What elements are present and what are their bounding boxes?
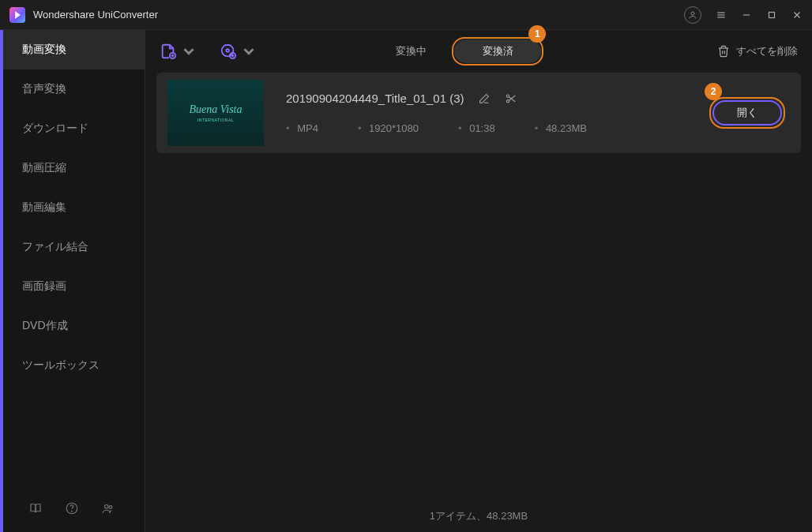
file-name: 20190904204449_Title_01_01 (3) [286,92,464,105]
sidebar-item-label: 動画圧縮 [22,161,66,175]
sidebar-item-toolbox[interactable]: ツールボックス [3,346,145,385]
svg-point-21 [507,99,509,102]
tab-label: 変換中 [396,44,427,58]
title-bar: Wondershare UniConverter [0,0,812,30]
help-icon[interactable] [65,501,79,515]
menu-icon[interactable] [716,9,727,21]
file-thumbnail[interactable]: Buena Vista INTERNATIONAL [167,80,264,146]
people-icon[interactable] [101,501,115,515]
annotation-badge-1: 1 [528,25,546,43]
file-card[interactable]: Buena Vista INTERNATIONAL 20190904204449… [156,73,801,153]
svg-point-20 [507,95,509,97]
sidebar-item-dvd[interactable]: DVD作成 [3,306,145,346]
sidebar-item-merge[interactable]: ファイル結合 [3,227,145,267]
edit-icon[interactable] [478,92,491,105]
annotation-badge-2: 2 [705,83,722,100]
sidebar-item-label: ツールボックス [22,358,100,373]
minimize-icon[interactable] [741,9,752,21]
svg-point-0 [691,12,694,15]
toolbar: 変換中 変換済 1 すべてを削除 [145,30,812,73]
thumb-subtext: INTERNATIONAL [197,118,234,122]
app-title: Wondershare UniConverter [33,9,684,21]
sidebar-item-record[interactable]: 画面録画 [3,267,145,306]
sidebar-item-label: 音声変換 [22,82,66,96]
svg-point-10 [105,505,109,509]
sidebar: 動画変換 音声変換 ダウンロード 動画圧縮 動画編集 ファイル結合 画面録画 D… [0,30,145,532]
annotation-highlight-2 [709,97,785,129]
sidebar-item-label: 動画編集 [22,200,66,215]
file-size: 48.23MB [535,122,587,134]
file-resolution: 1920*1080 [358,122,419,134]
app-logo [9,7,25,23]
delete-all-button[interactable]: すべてを削除 [717,44,798,58]
sidebar-item-label: 画面録画 [22,279,66,294]
sidebar-item-label: 動画変換 [22,43,66,57]
maximize-icon[interactable] [766,9,777,21]
sidebar-item-label: DVD作成 [22,319,68,333]
sidebar-item-download[interactable]: ダウンロード [3,109,145,148]
sidebar-item-video-convert[interactable]: 動画変換 [3,30,145,69]
svg-point-16 [226,49,229,52]
annotation-highlight-1 [452,37,543,66]
account-icon[interactable] [684,6,701,24]
add-disc-button[interactable] [220,43,258,60]
delete-all-label: すべてを削除 [736,44,798,58]
svg-point-11 [109,506,112,509]
chevron-down-icon [180,43,197,60]
svg-point-9 [72,511,73,511]
thumb-text: Buena Vista [189,103,242,116]
cut-icon[interactable] [505,92,517,105]
sidebar-item-compress[interactable]: 動画圧縮 [3,148,145,188]
sidebar-item-label: ファイル結合 [22,240,88,254]
tab-converted[interactable]: 変換済 1 [454,39,541,63]
svg-rect-5 [769,12,775,17]
status-summary: 1アイテム、48.23MB [430,509,528,523]
file-duration: 01:38 [458,122,495,134]
sidebar-item-audio-convert[interactable]: 音声変換 [3,69,145,109]
close-icon[interactable] [791,9,803,21]
sidebar-item-label: ダウンロード [22,122,88,136]
status-bar: 1アイテム、48.23MB [145,500,812,532]
tab-group: 変換中 変換済 1 [367,39,541,63]
chevron-down-icon [240,43,258,60]
file-format: MP4 [286,122,318,134]
svg-point-15 [222,45,234,57]
sidebar-item-edit[interactable]: 動画編集 [3,188,145,227]
trash-icon [717,45,730,58]
tab-converting[interactable]: 変換中 [367,39,454,63]
add-file-button[interactable] [160,43,197,60]
book-icon[interactable] [28,501,43,515]
